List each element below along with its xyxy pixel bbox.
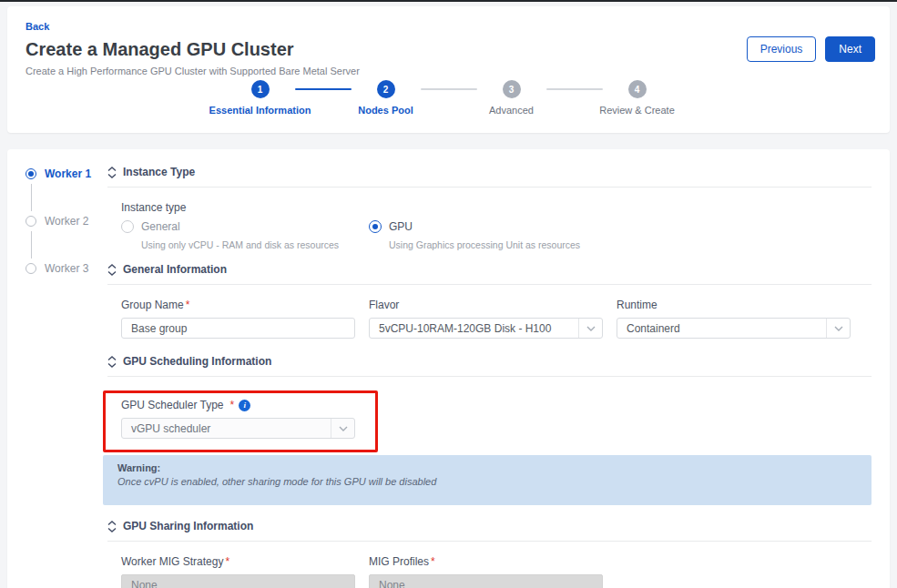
group-name-input[interactable] — [121, 318, 355, 339]
step-nodes-pool[interactable]: 2 Nodes Pool — [331, 80, 441, 116]
worker-radio-icon — [25, 168, 36, 179]
radio-label: General — [141, 220, 180, 233]
required-asterisk: * — [186, 299, 190, 311]
section-title: Instance Type — [123, 166, 195, 178]
section-instance-type: Instance Type Instance type General Usin… — [107, 166, 872, 250]
required-asterisk: * — [230, 399, 235, 411]
worker-form: Instance Type Instance type General Usin… — [107, 166, 872, 588]
section-title: GPU Scheduling Information — [123, 355, 271, 368]
required-asterisk: * — [225, 555, 229, 568]
worker-mig-strategy-input: None — [121, 574, 355, 588]
step-number: 1 — [251, 80, 270, 98]
section-header[interactable]: General Information — [107, 263, 872, 285]
wizard-stepper: 1 Essential Information 2 Nodes Pool 3 A… — [25, 80, 872, 116]
worker-label: Worker 1 — [45, 167, 91, 180]
runtime-value: Containerd — [617, 322, 826, 335]
gpu-scheduler-type-select[interactable]: vGPU scheduler — [121, 418, 355, 439]
instance-type-label: Instance type — [121, 201, 872, 214]
gpu-scheduler-type-label-row: GPU Scheduler Type * i — [121, 399, 355, 411]
warning-title: Warning: — [117, 462, 857, 473]
step-label: Review & Create — [599, 105, 675, 116]
header-card: Back Create a Managed GPU Cluster Create… — [7, 6, 890, 133]
workers-stepper: Worker 1 Worker 2 Worker 3 — [25, 166, 107, 588]
step-number: 3 — [503, 80, 521, 98]
flavor-select[interactable]: 5vCPU-10RAM-120GB Disk - H100 — [369, 318, 603, 339]
worker-label: Worker 3 — [45, 262, 88, 275]
worker-radio-icon — [25, 263, 36, 274]
chevron-down-icon — [826, 319, 850, 338]
page-title: Create a Managed GPU Cluster — [25, 39, 872, 60]
worker-1-item[interactable]: Worker 1 — [25, 167, 107, 180]
runtime-select[interactable]: Containerd — [617, 318, 851, 339]
chevron-down-icon — [331, 419, 354, 438]
unfold-icon — [107, 264, 117, 276]
worker-radio-icon — [25, 216, 36, 227]
radio-icon-checked — [369, 220, 382, 233]
flavor-label: Flavor — [369, 299, 603, 311]
step-review-create[interactable]: 4 Review & Create — [583, 80, 692, 116]
step-label: Advanced — [489, 105, 534, 116]
section-header[interactable]: GPU Sharing Information — [107, 520, 872, 542]
mig-profiles-input: None — [369, 574, 603, 588]
chevron-down-icon — [578, 319, 602, 338]
info-icon[interactable]: i — [239, 400, 250, 411]
annotation-highlight-box: GPU Scheduler Type * i vGPU scheduler — [103, 390, 378, 452]
section-gpu-sharing: GPU Sharing Information Worker MIG Strat… — [107, 520, 872, 588]
previous-button[interactable]: Previous — [747, 36, 817, 62]
next-button[interactable]: Next — [825, 36, 875, 62]
instance-type-radio-group: General Using only vCPU - RAM and disk a… — [121, 220, 872, 250]
radio-icon — [121, 220, 134, 233]
radio-helper: Using Graphics processing Unit as resour… — [389, 239, 617, 250]
unfold-icon — [107, 356, 117, 368]
step-label: Essential Information — [209, 105, 311, 116]
unfold-icon — [107, 167, 117, 178]
required-asterisk: * — [431, 555, 435, 568]
runtime-label: Runtime — [617, 299, 851, 311]
step-essential-information[interactable]: 1 Essential Information — [206, 80, 315, 116]
section-title: General Information — [123, 263, 227, 276]
worker-connector — [31, 231, 32, 259]
worker-2-item[interactable]: Worker 2 — [25, 215, 107, 228]
warning-message: Once cvPU is enabled, other sharing mode… — [117, 476, 857, 487]
worker-connector — [31, 184, 32, 211]
gpu-scheduler-type-value: vGPU scheduler — [122, 422, 331, 435]
step-label: Nodes Pool — [358, 105, 413, 116]
step-number: 2 — [377, 80, 395, 98]
content-card: Worker 1 Worker 2 Worker 3 Instance Type… — [7, 149, 890, 588]
back-link[interactable]: Back — [25, 21, 49, 32]
section-header[interactable]: GPU Scheduling Information — [107, 355, 872, 377]
worker-label: Worker 2 — [45, 215, 88, 228]
flavor-value: 5vCPU-10RAM-120GB Disk - H100 — [370, 322, 578, 335]
step-number: 4 — [628, 80, 647, 98]
group-name-label: Group Name* — [121, 299, 355, 311]
radio-gpu[interactable]: GPU — [369, 220, 617, 233]
header-actions: Previous Next — [747, 36, 875, 62]
radio-label: GPU — [389, 220, 413, 233]
section-header[interactable]: Instance Type — [107, 166, 872, 188]
gpu-scheduler-type-label: GPU Scheduler Type — [121, 399, 224, 411]
section-title: GPU Sharing Information — [123, 520, 253, 532]
page-subtitle: Create a High Performance GPU Cluster wi… — [25, 66, 872, 76]
worker-mig-strategy-label: Worker MIG Strategy* — [121, 555, 355, 568]
radio-helper: Using only vCPU - RAM and disk as resour… — [141, 239, 369, 250]
mig-profiles-label: MIG Profiles* — [369, 555, 603, 568]
worker-3-item[interactable]: Worker 3 — [25, 262, 107, 275]
section-gpu-scheduling: GPU Scheduling Information GPU Scheduler… — [107, 355, 872, 505]
step-advanced[interactable]: 3 Advanced — [457, 80, 566, 116]
unfold-icon — [107, 521, 117, 532]
section-general-information: General Information Group Name* Flavor 5… — [107, 263, 872, 339]
radio-general[interactable]: General — [121, 220, 369, 233]
warning-banner: Warning: Once cvPU is enabled, other sha… — [103, 455, 872, 505]
